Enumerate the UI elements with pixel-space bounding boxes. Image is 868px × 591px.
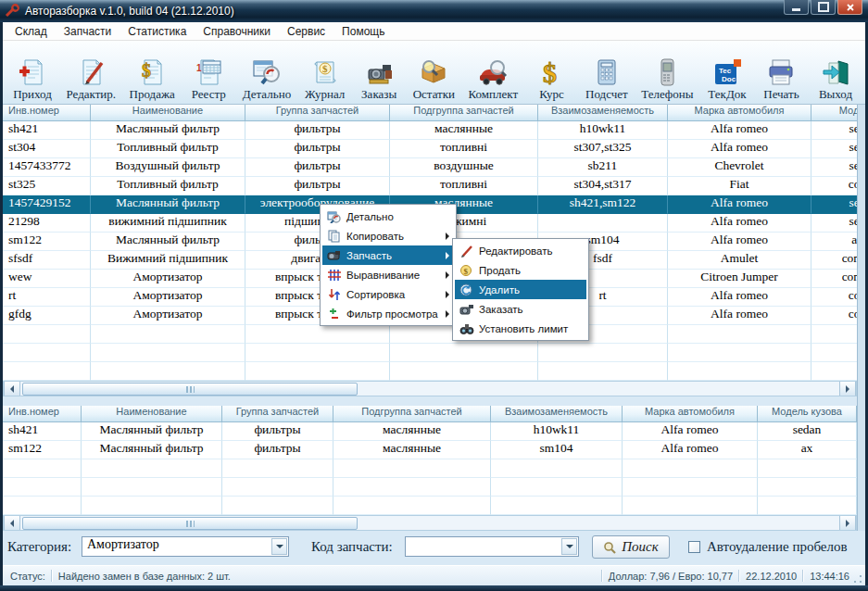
svg-text:Doc: Doc	[722, 75, 736, 83]
table-row[interactable]: 1457433772Воздушный фильтрфильтрывоздушн…	[3, 158, 857, 177]
table-row[interactable]: st304Топливный фильтрфильтрытопливніst30…	[3, 140, 857, 158]
menu-item-sell-coin[interactable]: $Продать	[455, 260, 586, 280]
table-cell	[623, 497, 758, 515]
title-bar[interactable]: Авторазборка v.1.0, build 04 (21.12.2010…	[0, 0, 868, 22]
toolbar-button-kit-car[interactable]: Комплект	[467, 52, 521, 103]
toolbar-button-edit-doc[interactable]: Редактир.	[65, 52, 119, 103]
menu-item-delete[interactable]: Удалить	[455, 280, 586, 299]
menu-item-order[interactable]: Заказать	[455, 299, 586, 319]
column-header[interactable]: Марка автомобиля	[623, 406, 758, 422]
search-icon	[603, 541, 616, 554]
toolbar-button-calculator[interactable]: Подсчет	[584, 52, 630, 103]
replacements-table-h-scrollbar[interactable]	[3, 515, 857, 531]
column-header[interactable]: Группа запчастей	[222, 406, 333, 422]
toolbar-button-detail-view[interactable]: Детально	[241, 52, 293, 103]
menu-servis[interactable]: Сервис	[279, 23, 333, 40]
table-row[interactable]: sh421Маслянный фильтрфильтрымаслянныеh10…	[3, 422, 857, 441]
scroll-left-button[interactable]	[4, 516, 20, 530]
column-header[interactable]: Группа запчастей	[245, 105, 390, 121]
table-cell	[538, 344, 668, 362]
scroll-thumb[interactable]	[22, 383, 358, 396]
svg-text:1: 1	[196, 63, 202, 73]
table-cell	[538, 214, 668, 233]
menu-item-sort[interactable]: Сортировка	[322, 284, 454, 304]
currency-icon: $	[537, 53, 567, 86]
submenu-arrow-icon	[446, 310, 449, 318]
menu-spravochniki[interactable]: Справочники	[195, 23, 279, 40]
main-table-h-scrollbar[interactable]	[3, 381, 857, 396]
toolbar-button-tecdoc[interactable]: TecDocТекДок	[705, 52, 749, 103]
filter-icon	[325, 307, 343, 321]
autodelete-checkbox[interactable]	[688, 541, 700, 553]
toolbar-button-sale-doc[interactable]: $Продажа	[128, 52, 177, 103]
menu-sklad[interactable]: Склад	[6, 23, 56, 40]
scroll-track[interactable]	[20, 516, 839, 530]
part-code-dropdown-button[interactable]	[561, 538, 577, 555]
table-cell: st304	[3, 140, 91, 158]
part-code-combobox[interactable]	[405, 536, 579, 557]
scroll-track[interactable]	[20, 382, 839, 396]
category-combobox[interactable]: Амортизатор	[82, 536, 289, 557]
toolbar-button-journal[interactable]: $Журнал	[303, 52, 347, 103]
menu-zapchasti[interactable]: Запчасти	[56, 23, 120, 40]
table-cell: ax	[758, 441, 857, 459]
close-button[interactable]	[837, 0, 862, 15]
table-cell: фильтры	[222, 441, 333, 459]
column-header[interactable]: Модель	[811, 105, 857, 121]
menu-item-detail-magnifier[interactable]: Детально	[322, 207, 454, 226]
menu-item-part[interactable]: Запчасть	[322, 245, 454, 265]
toolbar-button-exit-door[interactable]: Выход	[813, 52, 858, 103]
table-cell: sed	[811, 158, 857, 177]
menu-item-copy[interactable]: Копировать	[322, 226, 454, 245]
toolbar-button-income-doc[interactable]: Приход	[10, 52, 55, 103]
column-header[interactable]: Инв.номер	[3, 406, 82, 422]
column-header[interactable]: Наименование	[82, 406, 222, 422]
table-cell: 1457429152	[3, 195, 91, 214]
toolbar-button-label: Подсчет	[585, 87, 628, 102]
menu-item-filter[interactable]: Фильтр просмотра	[322, 304, 454, 323]
column-header[interactable]: Подгруппа запчастей	[333, 406, 491, 422]
maximize-button[interactable]	[811, 0, 836, 15]
table-cell: Alfa romeo	[668, 121, 811, 140]
minimize-button[interactable]	[784, 0, 809, 15]
menu-item-align[interactable]: Выравнивание	[322, 265, 454, 284]
menu-item-edit-pencil[interactable]: Редактировать	[455, 241, 586, 260]
menu-statistika[interactable]: Статистика	[120, 23, 195, 40]
svg-text:$: $	[322, 63, 328, 74]
column-header[interactable]: Подгруппа запчастей	[390, 105, 538, 121]
table-row[interactable]: sm122Маслянный фильтрфильтрымаслянныеsm1…	[3, 441, 857, 459]
scroll-right-button[interactable]	[839, 516, 856, 530]
toolbar-button-label: Заказы	[361, 87, 396, 102]
column-header[interactable]: Взаимозаменяемость	[538, 105, 668, 121]
scroll-right-button[interactable]	[839, 382, 856, 396]
table-header-row: Инв.номерНаименованиеГруппа запчастейПод…	[3, 406, 857, 422]
scroll-left-button[interactable]	[4, 382, 20, 396]
window-frame	[0, 585, 868, 591]
toolbar-button-orders[interactable]: Заказы	[357, 52, 401, 103]
column-header[interactable]: Марка автомобиля	[668, 105, 811, 121]
toolbar-button-phone[interactable]: Телефоны	[639, 52, 695, 103]
menu-item-label: Фильтр просмотра	[346, 308, 446, 320]
resize-grip-icon[interactable]	[853, 574, 862, 584]
scroll-thumb[interactable]	[22, 517, 358, 530]
category-dropdown-button[interactable]	[271, 538, 287, 555]
table-cell: Fiat	[668, 177, 811, 195]
toolbar-button-stock-box[interactable]: Остатки	[411, 52, 457, 103]
column-header[interactable]: Взаимозаменяемость	[491, 406, 623, 422]
table-cell: Маслянный фильтр	[91, 121, 245, 140]
menu-pomosch[interactable]: Помощь	[333, 23, 393, 40]
part-icon	[325, 248, 343, 263]
table-cell: маслянные	[333, 441, 491, 459]
menu-item-limit-binoculars[interactable]: Установить лимит	[455, 319, 586, 338]
toolbar-button-printer[interactable]: Печать	[759, 52, 803, 103]
search-button[interactable]: Поиск	[592, 535, 670, 559]
column-header[interactable]: Инв.номер	[3, 105, 91, 121]
status-time: 13:44:16	[810, 571, 849, 582]
toolbar-button-registry-doc[interactable]: 1Реестр	[186, 52, 231, 103]
column-header[interactable]: Модель кузова	[758, 406, 857, 422]
toolbar-button-currency[interactable]: $Курс	[530, 52, 574, 103]
table-row[interactable]: st325Топливный фильтрфильтрытопливніst30…	[3, 177, 857, 195]
table-row[interactable]: sh421Маслянный фильтрфильтрымаслянныеh10…	[3, 121, 857, 140]
wrench-icon	[5, 4, 19, 19]
column-header[interactable]: Наименование	[91, 105, 245, 121]
